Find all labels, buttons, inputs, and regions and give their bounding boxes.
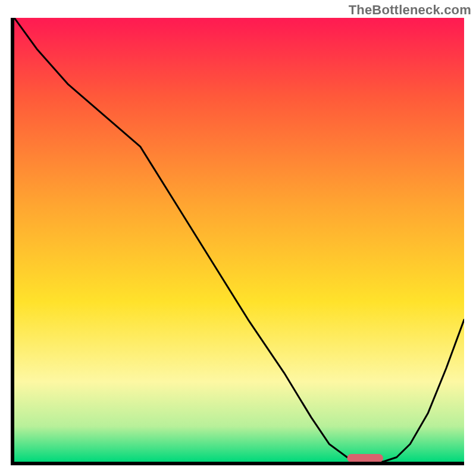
chart-container: TheBottleneck.com (0, 0, 476, 476)
chart-svg (14, 18, 464, 462)
gradient-background (14, 18, 464, 462)
x-axis (11, 462, 464, 465)
watermark-text: TheBottleneck.com (349, 2, 471, 18)
optimal-marker (347, 454, 383, 462)
